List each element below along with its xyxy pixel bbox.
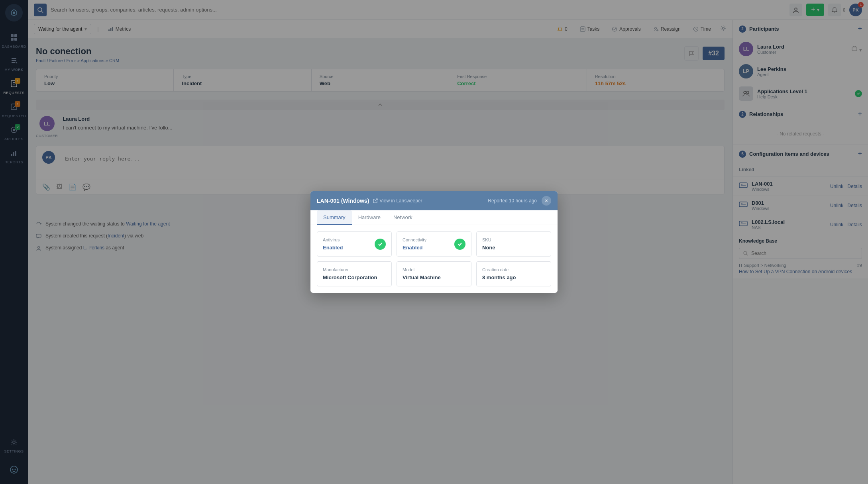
lansweeper-modal: LAN-001 (Windows) View in Lansweeper Rep… <box>310 191 558 293</box>
sku-label: SKU <box>482 237 545 242</box>
tab-hardware[interactable]: Hardware <box>352 210 387 225</box>
manufacturer-label: Manufacturer <box>323 267 386 272</box>
tab-network[interactable]: Network <box>387 210 419 225</box>
view-lansweeper-link[interactable]: View in Lansweeper <box>373 198 422 204</box>
modal-reported: Reported 10 hours ago <box>488 198 537 204</box>
connectivity-check-icon <box>454 239 465 250</box>
manufacturer-value: Microsoft Corporation <box>323 274 386 280</box>
modal-header: LAN-001 (Windows) View in Lansweeper Rep… <box>310 191 558 210</box>
sku-value: None <box>482 245 545 251</box>
antivirus-card: Antivirus Enabled <box>317 231 392 257</box>
antivirus-check-icon <box>375 239 386 250</box>
modal-title: LAN-001 (Windows) <box>317 198 369 204</box>
model-card: Model Virtual Machine <box>397 261 471 286</box>
creation-date-label: Creation date <box>482 267 545 272</box>
model-label: Model <box>403 267 465 272</box>
creation-date-value: 8 months ago <box>482 274 545 280</box>
creation-date-card: Creation date 8 months ago <box>476 261 551 286</box>
sku-card: SKU None <box>476 231 551 257</box>
tab-summary[interactable]: Summary <box>317 210 352 225</box>
modal-tabs: Summary Hardware Network <box>310 210 558 225</box>
modal-close-button[interactable]: × <box>542 196 551 206</box>
modal-overlay[interactable]: LAN-001 (Windows) View in Lansweeper Rep… <box>0 0 868 484</box>
model-value: Virtual Machine <box>403 274 465 280</box>
modal-header-left: LAN-001 (Windows) View in Lansweeper <box>317 198 422 204</box>
external-link-icon <box>373 198 378 203</box>
manufacturer-card: Manufacturer Microsoft Corporation <box>317 261 392 286</box>
view-lansweeper-label: View in Lansweeper <box>379 198 422 204</box>
modal-body: Antivirus Enabled Connectivity Enabled <box>310 225 558 293</box>
connectivity-card: Connectivity Enabled <box>397 231 471 257</box>
